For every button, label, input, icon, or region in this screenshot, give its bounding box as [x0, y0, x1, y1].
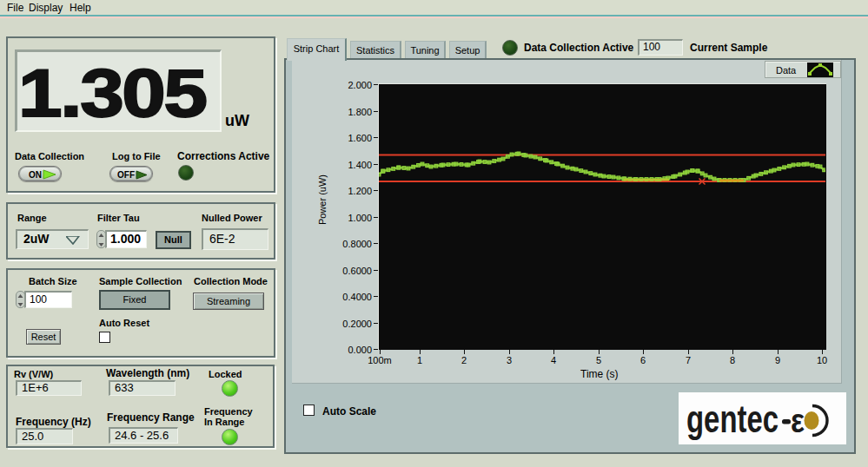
svg-text:gentec: gentec — [686, 398, 779, 440]
svg-text:ε: ε — [791, 403, 805, 439]
